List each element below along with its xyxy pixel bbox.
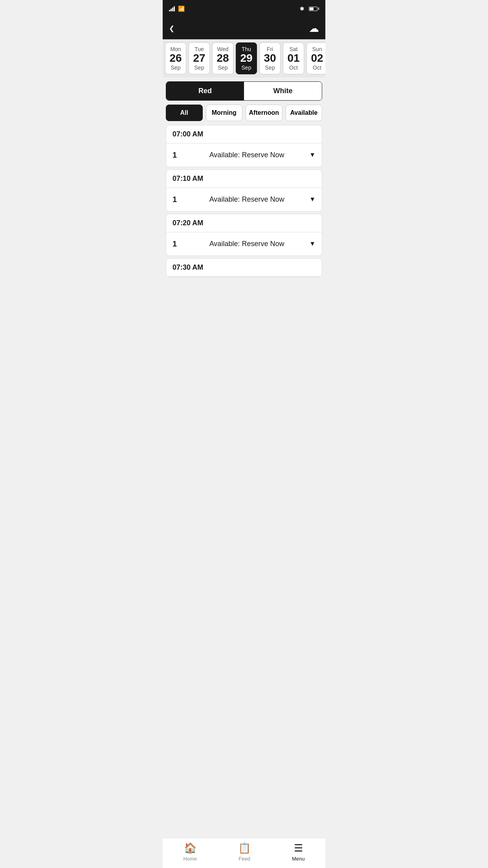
day-name: Mon [170,46,181,52]
status-bar: 📶 ✱ [163,0,325,17]
calendar-day-tue[interactable]: Tue 27 Sep [189,42,210,74]
battery-icon [309,7,319,11]
day-month: Sep [171,64,181,71]
day-number: 02 [311,52,323,64]
signal-icon [169,6,175,11]
slot-row-1-0[interactable]: 1 Available: Reserve Now ▼ [166,188,322,211]
day-number: 27 [193,52,205,64]
slots-container: 07:00 AM 1 Available: Reserve Now ▼ 07:1… [163,125,325,311]
bluetooth-icon: ✱ [300,6,304,12]
slot-label: Available: Reserve Now [184,151,309,159]
day-month: Sep [218,64,228,71]
slot-number: 1 [172,195,184,204]
day-month: Oct [289,64,298,71]
wifi-icon: 📶 [178,6,185,12]
day-month: Sep [242,64,251,71]
filter-btn-afternoon[interactable]: Afternoon [246,105,283,121]
slot-number: 1 [172,151,184,160]
slot-time: 07:30 AM [166,259,322,277]
nav-bar: ❮ ☁ [163,17,325,39]
calendar-day-sun[interactable]: Sun 02 Oct [306,42,325,74]
calendar-day-sat[interactable]: Sat 01 Oct [283,42,304,74]
slot-time: 07:10 AM [166,170,322,188]
day-month: Sep [265,64,275,71]
day-name: Tue [194,46,204,52]
slot-row-2-0[interactable]: 1 Available: Reserve Now ▼ [166,232,322,256]
day-number: 01 [287,52,299,64]
day-name: Wed [217,46,229,52]
slot-number: 1 [172,239,184,248]
calendar-strip: Mon 26 Sep Tue 27 Sep Wed 28 Sep Thu 29 … [163,39,325,77]
back-button[interactable]: ❮ [169,24,176,33]
day-name: Fri [267,46,273,52]
day-name: Thu [242,46,251,52]
slot-group-3: 07:30 AM [166,258,322,277]
calendar-day-wed[interactable]: Wed 28 Sep [212,42,233,74]
chevron-down-icon: ▼ [309,151,316,158]
slot-label: Available: Reserve Now [184,195,309,204]
slot-group-1: 07:10 AM 1 Available: Reserve Now ▼ [166,169,322,211]
chevron-left-icon: ❮ [169,24,174,33]
day-month: Sep [194,64,204,71]
slot-time: 07:20 AM [166,214,322,232]
time-filter: AllMorningAfternoonAvailable [166,105,322,121]
cloud-icon[interactable]: ☁ [309,22,319,35]
filter-btn-morning[interactable]: Morning [206,105,243,121]
course-btn-red[interactable]: Red [166,82,244,100]
course-btn-white[interactable]: White [244,82,322,100]
status-left: 📶 [169,6,185,12]
calendar-day-fri[interactable]: Fri 30 Sep [259,42,281,74]
filter-btn-all[interactable]: All [166,105,203,121]
slot-group-0: 07:00 AM 1 Available: Reserve Now ▼ [166,125,322,167]
day-month: Oct [313,64,321,71]
slot-label: Available: Reserve Now [184,240,309,248]
filter-btn-available[interactable]: Available [286,105,323,121]
day-number: 30 [264,52,276,64]
day-number: 29 [240,52,252,64]
chevron-down-icon: ▼ [309,196,316,203]
calendar-day-thu[interactable]: Thu 29 Sep [236,42,257,74]
day-number: 28 [216,52,229,64]
chevron-down-icon: ▼ [309,240,316,247]
slot-time: 07:00 AM [166,125,322,143]
day-name: Sun [312,46,322,52]
course-toggle: RedWhite [166,81,322,101]
day-number: 26 [169,52,182,64]
slot-row-0-0[interactable]: 1 Available: Reserve Now ▼ [166,143,322,167]
day-name: Sat [289,46,297,52]
calendar-day-mon[interactable]: Mon 26 Sep [165,42,186,74]
status-right: ✱ [300,6,319,12]
slot-group-2: 07:20 AM 1 Available: Reserve Now ▼ [166,214,322,256]
